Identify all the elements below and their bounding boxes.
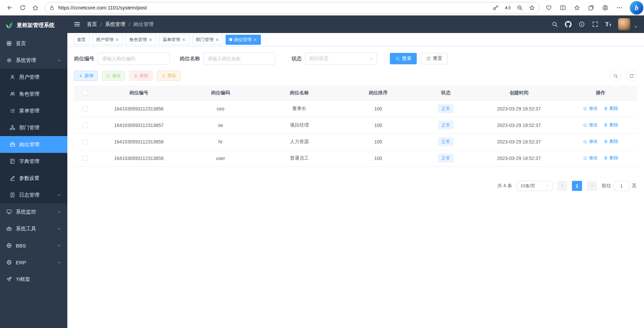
reset-button[interactable]: 重置 bbox=[421, 53, 448, 64]
sidebar-item-user-management[interactable]: 用户管理 bbox=[0, 69, 67, 86]
row-checkbox[interactable] bbox=[82, 123, 88, 128]
zoom-button[interactable] bbox=[514, 3, 525, 13]
sidebar-item-post-management[interactable]: 岗位管理 bbox=[0, 136, 67, 153]
delete-button[interactable]: 删除 bbox=[129, 71, 153, 81]
refresh-table-button[interactable] bbox=[626, 70, 637, 81]
tab-close-icon[interactable] bbox=[182, 38, 186, 42]
favorites-star-icon bbox=[574, 4, 580, 11]
cell-post-sort: 100 bbox=[339, 117, 417, 133]
edit-button[interactable]: 修改 bbox=[102, 71, 125, 81]
browser-essentials-button[interactable] bbox=[542, 2, 555, 14]
browser-profile-button[interactable] bbox=[599, 2, 612, 14]
goto-page-input[interactable] bbox=[614, 181, 629, 191]
post-name-input[interactable] bbox=[203, 53, 275, 65]
table-row: 1641030593112313859 user 普通员工 100 正常 202… bbox=[74, 150, 637, 166]
filter-form: 岗位编号 岗位名称 状态 岗位状态 bbox=[74, 53, 637, 65]
column-header: 岗位编号 bbox=[97, 86, 181, 100]
site-lock-icon[interactable] bbox=[49, 5, 55, 11]
sidebar-item-home[interactable]: 首页 bbox=[0, 35, 67, 52]
sidebar-item-system-monitoring[interactable]: 系统监控 bbox=[0, 203, 67, 220]
split-screen-button[interactable] bbox=[556, 2, 569, 14]
url-text[interactable]: https://ccnetcore.com:1101/system/post bbox=[58, 5, 490, 10]
cell-post-name: 人力资源 bbox=[260, 133, 339, 150]
sidebar-item-label: ERP bbox=[16, 260, 26, 265]
sidebar-item-dictionary-management[interactable]: 字典管理 bbox=[0, 153, 67, 170]
tab-home[interactable]: 首页 bbox=[73, 35, 90, 45]
post-code-input[interactable] bbox=[98, 53, 170, 65]
favorites-button[interactable] bbox=[571, 2, 583, 14]
toggle-search-button[interactable] bbox=[610, 70, 621, 81]
bing-chat-icon[interactable] bbox=[630, 1, 643, 14]
page-size-select[interactable]: 10条/页 bbox=[517, 181, 552, 191]
row-delete-button[interactable]: 删除 bbox=[604, 105, 618, 111]
avatar[interactable] bbox=[618, 18, 630, 30]
cell-post-code: hr bbox=[181, 133, 260, 150]
sidebar-item-yi-framework[interactable]: Yi框架 bbox=[0, 271, 67, 288]
tab-close-icon[interactable] bbox=[115, 38, 119, 42]
browser-home-button[interactable] bbox=[29, 2, 42, 14]
app-logo-text: 意框架管理系统 bbox=[17, 22, 55, 29]
tab-department-management[interactable]: 部门管理 bbox=[192, 35, 223, 45]
breadcrumb-system[interactable]: 系统管理 bbox=[105, 21, 125, 28]
page-number-button[interactable]: 1 bbox=[572, 181, 582, 191]
sidebar-item-menu-management[interactable]: 菜单管理 bbox=[0, 102, 67, 119]
tab-menu-management[interactable]: 菜单管理 bbox=[159, 35, 190, 45]
app-logo[interactable]: 意框架管理系统 bbox=[0, 15, 67, 35]
select-all-checkbox[interactable] bbox=[82, 90, 88, 96]
row-edit-button[interactable]: 修改 bbox=[583, 155, 598, 161]
sidebar-item-log-management[interactable]: 日志管理 bbox=[0, 187, 67, 203]
row-edit-button[interactable]: 修改 bbox=[583, 138, 598, 144]
add-button[interactable]: 新增 bbox=[74, 71, 98, 81]
browser-refresh-button[interactable] bbox=[16, 2, 29, 14]
row-delete-button[interactable]: 删除 bbox=[604, 122, 618, 128]
browser-menu-button[interactable] bbox=[613, 2, 626, 14]
row-edit-button[interactable]: 修改 bbox=[583, 105, 598, 111]
row-delete-button[interactable]: 删除 bbox=[604, 138, 618, 144]
cell-created-time: 2023-03-29 18:52:37 bbox=[474, 150, 564, 166]
read-aloud-button[interactable] bbox=[502, 3, 513, 13]
goto-label: 前往 bbox=[602, 183, 611, 189]
collections-button[interactable] bbox=[585, 2, 598, 14]
tab-user-management[interactable]: 用户管理 bbox=[92, 35, 123, 45]
sidebar-item-parameter-settings[interactable]: 参数设置 bbox=[0, 170, 67, 187]
tab-close-icon[interactable] bbox=[253, 38, 257, 42]
search-icon[interactable] bbox=[551, 21, 558, 28]
browser-address-bar[interactable]: https://ccnetcore.com:1101/system/post bbox=[44, 2, 540, 13]
sidebar-item-department-management[interactable]: 部门管理 bbox=[0, 119, 67, 136]
browser-back-button[interactable] bbox=[3, 2, 16, 14]
sidebar-item-system-tools[interactable]: 系统工具 bbox=[0, 220, 67, 237]
row-delete-button[interactable]: 删除 bbox=[604, 155, 618, 161]
github-icon[interactable] bbox=[565, 21, 572, 28]
sidebar-item-system-management[interactable]: 系统管理 bbox=[0, 52, 67, 69]
sidebar-item-bbs[interactable]: BBS bbox=[0, 237, 67, 254]
sidebar-toggle-icon[interactable] bbox=[73, 21, 81, 28]
browser-action-icons bbox=[542, 2, 626, 14]
sidebar-item-erp[interactable]: ERP bbox=[0, 254, 67, 271]
tab-close-icon[interactable] bbox=[215, 38, 219, 42]
row-checkbox[interactable] bbox=[82, 139, 88, 144]
sidebar-item-role-management[interactable]: 角色管理 bbox=[0, 86, 67, 102]
tab-post-management[interactable]: 岗位管理 bbox=[226, 35, 261, 45]
export-button[interactable]: 导出 bbox=[157, 71, 180, 81]
avatar-dropdown-caret-icon[interactable] bbox=[634, 25, 638, 29]
fullscreen-icon[interactable] bbox=[592, 21, 599, 28]
tab-role-management[interactable]: 角色管理 bbox=[126, 35, 156, 45]
row-edit-button[interactable]: 修改 bbox=[583, 122, 598, 128]
breadcrumb-home[interactable]: 首页 bbox=[87, 21, 97, 28]
password-key-button[interactable] bbox=[490, 3, 501, 13]
row-checkbox[interactable] bbox=[82, 106, 88, 111]
add-favorite-button[interactable] bbox=[527, 3, 537, 13]
row-checkbox[interactable] bbox=[82, 156, 88, 161]
prev-page-button[interactable] bbox=[557, 181, 567, 191]
status-select[interactable]: 岗位状态 bbox=[305, 53, 377, 65]
column-header: 创建时间 bbox=[474, 86, 564, 100]
sidebar-item-label: 系统工具 bbox=[16, 226, 36, 232]
next-page-button[interactable] bbox=[587, 181, 597, 191]
search-button[interactable]: 搜索 bbox=[390, 53, 417, 64]
tab-close-icon[interactable] bbox=[148, 38, 152, 42]
help-icon[interactable] bbox=[578, 21, 585, 28]
chevron-left-icon bbox=[560, 184, 565, 188]
cell-post-code: ceo bbox=[181, 100, 260, 117]
document-icon bbox=[9, 192, 15, 198]
font-size-icon[interactable] bbox=[605, 22, 611, 27]
